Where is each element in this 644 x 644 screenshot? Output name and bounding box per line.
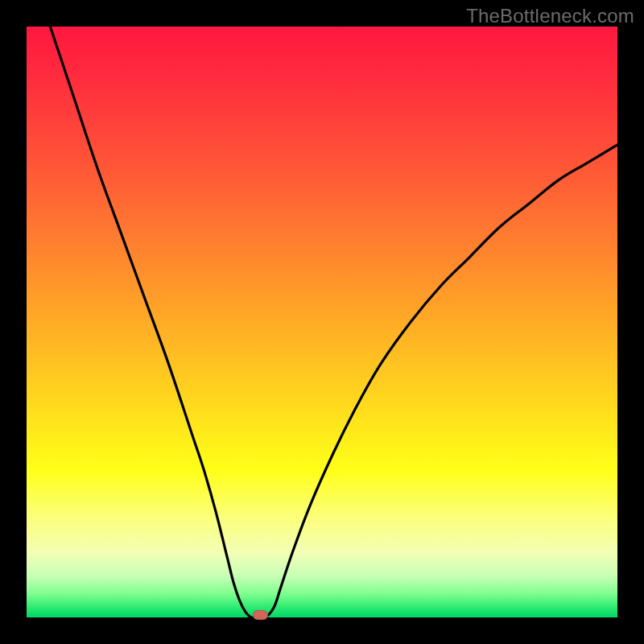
plot-area	[27, 27, 617, 617]
chart-frame: TheBottleneck.com	[0, 0, 644, 644]
optimum-marker	[253, 610, 268, 620]
bottleneck-curve	[27, 27, 617, 617]
watermark-text: TheBottleneck.com	[466, 5, 634, 27]
